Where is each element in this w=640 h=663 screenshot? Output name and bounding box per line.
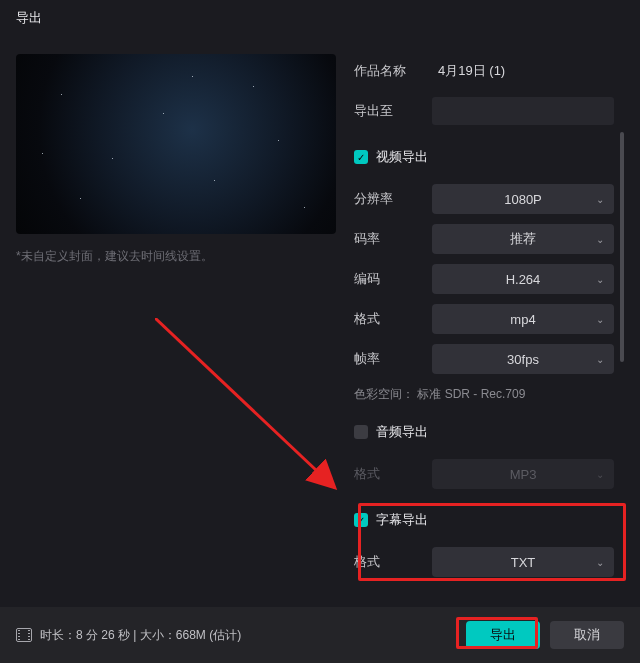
chevron-down-icon: ⌄ — [596, 234, 604, 245]
row-resolution: 分辨率 1080P ⌄ — [354, 182, 614, 216]
row-codec: 编码 H.264 ⌄ — [354, 262, 614, 296]
footer-info: 时长：8 分 26 秒 | 大小：668M (估计) — [40, 627, 456, 644]
colorspace-value: 标准 SDR - Rec.709 — [417, 387, 525, 401]
dialog-title: 导出 — [16, 9, 42, 27]
footer-sep: | — [130, 628, 140, 642]
scrollbar[interactable] — [620, 132, 624, 362]
titlebar: 导出 — [0, 0, 640, 36]
label-export-path: 导出至 — [354, 102, 432, 120]
preview-thumbnail[interactable] — [16, 54, 336, 234]
size-label: 大小： — [140, 628, 176, 642]
select-fps-value: 30fps — [507, 352, 539, 367]
export-button[interactable]: 导出 — [466, 621, 540, 649]
subtitle-section-title: 字幕导出 — [376, 511, 428, 529]
chevron-down-icon: ⌄ — [596, 557, 604, 568]
label-codec: 编码 — [354, 270, 432, 288]
chevron-down-icon: ⌄ — [596, 354, 604, 365]
cancel-button[interactable]: 取消 — [550, 621, 624, 649]
duration-label: 时长： — [40, 628, 76, 642]
row-export-path: 导出至 — [354, 94, 614, 128]
row-video-format: 格式 mp4 ⌄ — [354, 302, 614, 336]
subtitle-export-toggle[interactable]: ✓ 字幕导出 — [354, 509, 614, 531]
video-section-title: 视频导出 — [376, 148, 428, 166]
right-pane: 作品名称 4月19日 (1) 导出至 ✓ 视频导出 分辨率 1080P — [336, 54, 624, 596]
label-video-format: 格式 — [354, 310, 432, 328]
row-audio-format: 格式 MP3 ⌄ — [354, 457, 614, 491]
colorspace-text: 色彩空间： 标准 SDR - Rec.709 — [354, 386, 614, 403]
chevron-down-icon: ⌄ — [596, 274, 604, 285]
select-video-format-value: mp4 — [510, 312, 535, 327]
select-resolution-value: 1080P — [504, 192, 542, 207]
checkbox-on-icon: ✓ — [354, 513, 368, 527]
chevron-down-icon: ⌄ — [596, 314, 604, 325]
chevron-down-icon: ⌄ — [596, 469, 604, 480]
audio-section-title: 音频导出 — [376, 423, 428, 441]
select-audio-format: MP3 ⌄ — [432, 459, 614, 489]
label-audio-format: 格式 — [354, 465, 432, 483]
label-project-name: 作品名称 — [354, 62, 432, 80]
select-bitrate-value: 推荐 — [510, 230, 536, 248]
label-fps: 帧率 — [354, 350, 432, 368]
audio-export-toggle[interactable]: 音频导出 — [354, 421, 614, 443]
select-resolution[interactable]: 1080P ⌄ — [432, 184, 614, 214]
row-fps: 帧率 30fps ⌄ — [354, 342, 614, 376]
film-icon — [16, 628, 32, 642]
preview-hint: *未自定义封面，建议去时间线设置。 — [16, 248, 336, 265]
select-subtitle-format-value: TXT — [511, 555, 536, 570]
size-value: 668M — [176, 628, 206, 642]
input-project-name[interactable]: 4月19日 (1) — [432, 62, 614, 80]
select-codec[interactable]: H.264 ⌄ — [432, 264, 614, 294]
select-subtitle-format[interactable]: TXT ⌄ — [432, 547, 614, 577]
select-codec-value: H.264 — [506, 272, 541, 287]
row-bitrate: 码率 推荐 ⌄ — [354, 222, 614, 256]
select-audio-format-value: MP3 — [510, 467, 537, 482]
video-export-toggle[interactable]: ✓ 视频导出 — [354, 146, 614, 168]
select-video-format[interactable]: mp4 ⌄ — [432, 304, 614, 334]
label-bitrate: 码率 — [354, 230, 432, 248]
row-subtitle-format: 格式 TXT ⌄ — [354, 545, 614, 579]
select-fps[interactable]: 30fps ⌄ — [432, 344, 614, 374]
input-export-path[interactable] — [432, 97, 614, 125]
duration-value: 8 分 26 秒 — [76, 628, 130, 642]
colorspace-label: 色彩空间： — [354, 387, 414, 401]
export-dialog: 导出 *未自定义封面，建议去时间线设置。 作品名称 4月19 — [0, 0, 640, 663]
row-project-name: 作品名称 4月19日 (1) — [354, 54, 614, 88]
section-video: ✓ 视频导出 分辨率 1080P ⌄ 码率 推荐 — [354, 146, 614, 403]
label-subtitle-format: 格式 — [354, 553, 432, 571]
footer: 时长：8 分 26 秒 | 大小：668M (估计) 导出 取消 — [0, 607, 640, 663]
size-suffix: (估计) — [206, 628, 241, 642]
dialog-body: *未自定义封面，建议去时间线设置。 作品名称 4月19日 (1) 导出至 ✓ 视… — [0, 36, 640, 596]
label-resolution: 分辨率 — [354, 190, 432, 208]
chevron-down-icon: ⌄ — [596, 194, 604, 205]
section-audio: 音频导出 格式 MP3 ⌄ — [354, 421, 614, 491]
select-bitrate[interactable]: 推荐 ⌄ — [432, 224, 614, 254]
settings-scroll: 作品名称 4月19日 (1) 导出至 ✓ 视频导出 分辨率 1080P — [354, 54, 624, 592]
checkbox-on-icon: ✓ — [354, 150, 368, 164]
left-pane: *未自定义封面，建议去时间线设置。 — [16, 54, 336, 596]
section-subtitle: ✓ 字幕导出 格式 TXT ⌄ — [354, 509, 614, 579]
checkbox-off-icon — [354, 425, 368, 439]
